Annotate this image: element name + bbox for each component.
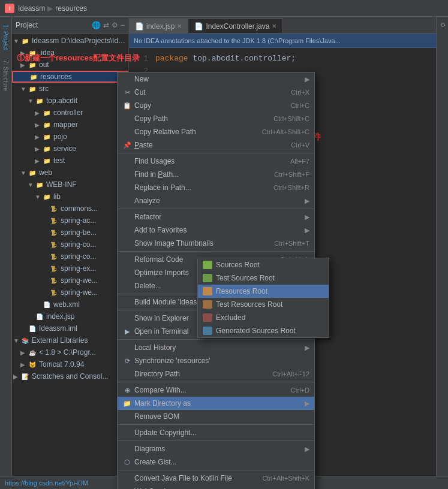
menu-item-showimages[interactable]: Show Image Thumbnails Ctrl+Shift+T bbox=[118, 237, 314, 250]
menu-item-markdiras[interactable]: 📁 Mark Directory as ▶ bbox=[118, 397, 314, 410]
generated-sources-root-icon bbox=[203, 327, 212, 335]
tree-item-springwe2[interactable]: ▶ 🗜 spring-we... bbox=[12, 286, 128, 298]
tree-item-springac[interactable]: ▶ 🗜 spring-ac... bbox=[12, 215, 128, 227]
menu-item-creategist[interactable]: ⬡ Create Gist... bbox=[118, 455, 314, 469]
service-folder-icon: 📁 bbox=[42, 144, 52, 153]
project-panel-toggle[interactable]: 1: Project bbox=[1, 19, 11, 55]
tree-item-ideassm[interactable]: ▼ 📁 Ideassm D:\IdeaProjects\Ideassm bbox=[12, 35, 128, 47]
menu-item-copypath[interactable]: Copy Path Ctrl+Shift+C bbox=[118, 112, 314, 125]
tree-label-ideassm: Ideassm D:\IdeaProjects\Ideassm bbox=[32, 37, 126, 45]
tree-item-controller[interactable]: ▶ 📁 controller bbox=[12, 107, 128, 119]
shortcut-copy: Ctrl+C bbox=[291, 102, 309, 109]
tree-item-webinf[interactable]: ▼ 📁 WEB-INF bbox=[12, 179, 128, 191]
tree-item-springwe1[interactable]: ▶ 🗜 spring-we... bbox=[12, 274, 128, 286]
menu-item-addtofav[interactable]: Add to Favorites ▶ bbox=[118, 224, 314, 237]
tree-item-ideassmiml[interactable]: ▶ 📄 Ideassm.iml bbox=[12, 322, 128, 334]
tree-item-springbe[interactable]: ▶ 🗜 spring-be... bbox=[12, 227, 128, 239]
menu-item-directorypath[interactable]: Directory Path Ctrl+Alt+F12 bbox=[118, 367, 314, 381]
project-settings-icon[interactable]: ⚙ bbox=[112, 21, 118, 29]
project-minimize-icon[interactable]: − bbox=[121, 21, 125, 29]
menu-item-convertjava[interactable]: Convert Java File to Kotlin File Ctrl+Al… bbox=[118, 472, 314, 485]
tree-item-springco2[interactable]: ▶ 🗜 spring-co... bbox=[12, 250, 128, 262]
menu-item-copyrelpath[interactable]: Copy Relative Path Ctrl+Alt+Shift+C bbox=[118, 125, 314, 138]
menu-item-replaceinpath[interactable]: Replace in Path... Ctrl+Shift+R bbox=[118, 181, 314, 194]
menu-icon-showimages bbox=[122, 239, 132, 248]
menu-icon-updatecopyright bbox=[122, 428, 132, 437]
project-globe-icon[interactable]: 🌐 bbox=[92, 21, 101, 29]
shortcut-directorypath: Ctrl+Alt+F12 bbox=[272, 370, 309, 378]
menu-item-analyze[interactable]: Analyze ▶ bbox=[118, 194, 314, 207]
submenu-item-resourcesroot[interactable]: Resources Root bbox=[198, 285, 329, 298]
menu-item-webservices[interactable]: WebServices ▶ bbox=[118, 485, 314, 489]
menu-item-removebom[interactable]: Remove BOM bbox=[118, 410, 314, 423]
tree-item-commons[interactable]: ▶ 🗜 commons... bbox=[12, 203, 128, 215]
menu-item-copy[interactable]: 📋 Copy Ctrl+C bbox=[118, 99, 314, 112]
tab-indexcontroller[interactable]: 📄 IndexController.java ✕ bbox=[188, 19, 283, 33]
menu-item-cut[interactable]: ✂ Cut Ctrl+X bbox=[118, 86, 314, 99]
menu-item-findusages[interactable]: Find Usages Alt+F7 bbox=[118, 155, 314, 168]
tree-item-test[interactable]: ▶ 📁 test bbox=[12, 155, 128, 167]
springco1-jar-icon: 🗜 bbox=[49, 240, 59, 249]
menu-item-refactor[interactable]: Refactor ▶ bbox=[118, 210, 314, 224]
shortcut-cut: Ctrl+X bbox=[291, 89, 309, 96]
submenu-item-generatedsourcesroot[interactable]: Generated Sources Root bbox=[198, 324, 329, 337]
tree-item-jdk[interactable]: ▶ ☕ < 1.8 > C:\Progr... bbox=[12, 346, 128, 358]
menu-icon-findusages bbox=[122, 156, 132, 166]
tab-indexjsp[interactable]: 📄 index.jsp ✕ bbox=[129, 19, 188, 33]
submenu-item-sourcesroot[interactable]: Sources Root bbox=[198, 258, 329, 271]
tree-item-web[interactable]: ▼ 📁 web bbox=[12, 167, 128, 179]
tree-item-springco1[interactable]: ▶ 🗜 spring-co... bbox=[12, 239, 128, 250]
submenu-item-testsourcesroot[interactable]: Test Sources Root bbox=[198, 271, 329, 285]
tree-item-resources[interactable]: ▶ 📁 resources bbox=[12, 71, 128, 83]
tree-arrow-ideassm: ▼ bbox=[13, 38, 20, 44]
menu-item-updatecopyright[interactable]: Update Copyright... bbox=[118, 426, 314, 439]
menu-label-reformatcode: Reformat Code bbox=[134, 255, 183, 264]
menu-item-findinpath[interactable]: Find in Path... Ctrl+Shift+F bbox=[118, 168, 314, 181]
tree-label-springwe1: spring-we... bbox=[61, 276, 98, 285]
project-panel: Project 🌐 ⇄ ⚙ − ▼ 📁 Ideassm D:\IdeaProje… bbox=[12, 17, 129, 489]
tree-item-indexjsp[interactable]: ▶ 📄 index.jsp bbox=[12, 310, 128, 322]
menu-item-localhistory[interactable]: Local History ▶ bbox=[118, 341, 314, 354]
tree-item-springex[interactable]: ▶ 🗜 spring-ex... bbox=[12, 262, 128, 274]
structure-panel-toggle[interactable]: 7: Structure bbox=[1, 58, 11, 93]
submenu-label-generatedsourcesroot: Generated Sources Root bbox=[216, 327, 296, 335]
menu-item-paste[interactable]: 📌 Paste Ctrl+V bbox=[118, 138, 314, 152]
tree-item-service[interactable]: ▶ 📁 service bbox=[12, 143, 128, 155]
tree-label-jdk: < 1.8 > C:\Progr... bbox=[39, 348, 96, 357]
editor-tabs: 📄 index.jsp ✕ 📄 IndexController.java ✕ bbox=[129, 17, 436, 34]
menu-label-findinpath: Find in Path... bbox=[134, 170, 179, 179]
project-sync-icon[interactable]: ⇄ bbox=[103, 21, 109, 29]
tree-label-springex: spring-ex... bbox=[61, 264, 96, 273]
submenu-item-testresourcesroot[interactable]: Test Resources Root bbox=[198, 298, 329, 311]
menu-item-comparewith[interactable]: ⊕ Compare With... Ctrl+D bbox=[118, 384, 314, 397]
tree-item-out[interactable]: ▶ 📁 out bbox=[12, 59, 128, 71]
tree-item-lib[interactable]: ▼ 📁 lib bbox=[12, 191, 128, 203]
tree-arrow-controller: ▶ bbox=[35, 110, 42, 116]
submenu-item-excluded[interactable]: Excluded bbox=[198, 311, 329, 324]
tree-label-test: test bbox=[53, 156, 65, 165]
tree-item-extlibs[interactable]: ▼ 📚 External Libraries bbox=[12, 334, 128, 346]
menu-separator-2 bbox=[118, 209, 314, 209]
menu-item-syncresources[interactable]: ⟳ Synchronize 'resources' bbox=[118, 354, 314, 367]
springac-jar-icon: 🗜 bbox=[49, 216, 59, 225]
shortcut-paste: Ctrl+V bbox=[291, 141, 309, 149]
tree-item-webxml[interactable]: ▶ 📄 web.xml bbox=[12, 298, 128, 310]
tree-item-scratches[interactable]: ▶ 📝 Scratches and Consol... bbox=[12, 370, 128, 382]
tree-item-tomcat[interactable]: ▶ 🐱 Tomcat 7.0.94 bbox=[12, 358, 128, 370]
webxml-icon: 📄 bbox=[42, 300, 52, 309]
tree-item-src[interactable]: ▼ 📁 src bbox=[12, 83, 128, 95]
side-panel-left: 1: Project 7: Structure bbox=[0, 17, 12, 489]
menu-item-diagrams[interactable]: Diagrams ▶ bbox=[118, 442, 314, 455]
tree-item-top-abcdit[interactable]: ▼ 📁 top.abcdit bbox=[12, 95, 128, 107]
submenu-label-testresourcesroot: Test Resources Root bbox=[216, 300, 282, 309]
tree-item-mapper[interactable]: ▶ 📁 mapper bbox=[12, 119, 128, 131]
menu-icon-comparewith: ⊕ bbox=[122, 385, 132, 395]
menu-item-new[interactable]: New ▶ bbox=[118, 73, 314, 86]
springco2-jar-icon: 🗜 bbox=[49, 252, 59, 261]
tab-indexjsp-close[interactable]: ✕ bbox=[177, 23, 182, 29]
tab-indexcontroller-close[interactable]: ✕ bbox=[272, 23, 276, 29]
tree-item-pojo[interactable]: ▶ 📁 pojo bbox=[12, 131, 128, 143]
tree-arrow-pojo: ▶ bbox=[35, 134, 42, 140]
app-logo: I bbox=[5, 4, 14, 13]
tree-item-idea[interactable]: ▶ 📁 .idea bbox=[12, 47, 128, 59]
